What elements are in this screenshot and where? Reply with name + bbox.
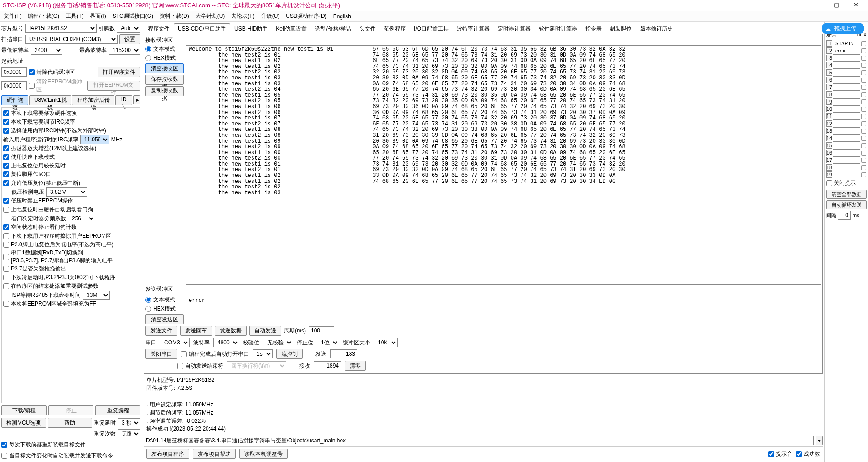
send-row-hex[interactable] (861, 150, 866, 155)
bufsize-select[interactable]: 10K (374, 338, 398, 347)
send-row-num[interactable]: 5 (826, 69, 832, 76)
filepath-input[interactable] (144, 436, 814, 445)
option-check[interactable] (3, 171, 9, 177)
reopen-time-select[interactable]: 1s (253, 349, 273, 358)
publish-project-button[interactable]: 发布项目程序 (146, 449, 189, 459)
send-row-input[interactable] (833, 76, 860, 83)
send-row-hex[interactable] (861, 128, 866, 133)
send-row-input[interactable] (833, 54, 860, 62)
send-row-input[interactable] (833, 142, 860, 149)
send-row-num[interactable]: 19 (826, 171, 832, 178)
publish-help-button[interactable]: 发布项目帮助 (193, 449, 236, 459)
port-settings-button[interactable]: 设置 (119, 34, 140, 44)
main-tab[interactable]: 封装脚位 (606, 23, 636, 34)
maxbaud-select[interactable]: 115200 (108, 46, 140, 55)
send-row-num[interactable]: 18 (826, 164, 832, 171)
option-check[interactable] (3, 154, 9, 160)
hint-sound-check[interactable] (768, 451, 774, 457)
upload-badge[interactable]: ☁ 拖拽上传 (822, 23, 864, 34)
menu-item[interactable]: 资料下载(D) (160, 12, 189, 20)
send-row-input[interactable] (833, 91, 860, 98)
option-check[interactable] (3, 242, 9, 248)
option-check[interactable] (3, 163, 9, 169)
send-row-hex[interactable] (861, 114, 866, 119)
menu-item[interactable]: STC调试接口(G) (113, 12, 153, 20)
send-row-input[interactable] (833, 62, 860, 69)
read-disk-id-button[interactable]: 读取本机硬盘号 (239, 449, 288, 459)
option-check[interactable] (3, 224, 9, 230)
interval-input[interactable] (838, 211, 851, 220)
main-tab[interactable]: I/O口配置工具 (410, 23, 453, 34)
maximize-button[interactable]: ▢ (827, 0, 846, 11)
send-row-input[interactable] (833, 98, 860, 105)
send-row-hex[interactable] (861, 157, 866, 162)
send-row-hex[interactable] (861, 135, 866, 140)
send-row-num[interactable]: 14 (826, 135, 832, 141)
send-row-hex[interactable] (861, 48, 866, 53)
send-row-hex[interactable] (861, 121, 866, 126)
clear-tx-button[interactable]: 清空发送区 (145, 314, 184, 324)
send-row-input[interactable] (833, 171, 860, 178)
menu-item[interactable]: 工具(T) (66, 12, 83, 20)
send-row-input[interactable] (833, 40, 860, 47)
send-row-num[interactable]: 10 (826, 106, 832, 112)
send-row-input[interactable] (833, 47, 860, 54)
send-row-num[interactable]: 1 (826, 40, 832, 47)
rx-display[interactable]: Welcome to stc15f2k60s222the new test1 i… (186, 45, 821, 285)
send-data-button[interactable]: 发送数据 (215, 326, 247, 336)
clear-rx-button[interactable]: 清空接收区 (145, 63, 184, 73)
send-row-num[interactable]: 16 (826, 150, 832, 156)
main-tab[interactable]: 程序文件 (144, 23, 174, 34)
option-check[interactable] (3, 283, 9, 289)
isp-select[interactable]: 33M (83, 291, 110, 300)
minimize-button[interactable]: — (808, 0, 827, 11)
help-button[interactable]: 帮助 (48, 418, 93, 428)
minbaud-select[interactable]: 2400 (31, 46, 62, 55)
menu-item[interactable]: 编程/下载(O) (28, 12, 59, 20)
send-row-num[interactable]: 3 (826, 55, 832, 61)
baud-select[interactable]: 4800 (213, 338, 239, 347)
port-select[interactable]: USB-SERIAL CH340 (COM3) (25, 35, 118, 44)
send-row-input[interactable] (833, 135, 860, 142)
send-row-hex[interactable] (861, 172, 866, 177)
send-row-hex[interactable] (861, 55, 866, 60)
main-tab[interactable]: 头文件 (355, 23, 380, 34)
tx-display[interactable]: error (186, 296, 821, 316)
option-check[interactable] (3, 275, 9, 280)
option-check[interactable] (3, 233, 9, 239)
rx-text-radio[interactable] (145, 46, 151, 52)
loop-send-button[interactable]: 自动循环发送 (826, 200, 867, 209)
option-check[interactable] (3, 254, 9, 260)
reprogram-button[interactable]: 重复编程 (95, 405, 140, 415)
main-tab[interactable]: 软件延时计算器 (535, 23, 581, 34)
irc-select[interactable]: 11.0592 (80, 135, 109, 144)
close-port-button[interactable]: 关闭串口 (145, 349, 177, 359)
clear-eep-check[interactable] (29, 83, 35, 89)
send-row-hex[interactable] (861, 106, 866, 111)
detect-mcu-button[interactable]: 检测MCU选项 (1, 418, 46, 428)
send-row-input[interactable] (833, 149, 860, 156)
send-row-hex[interactable] (861, 70, 866, 75)
send-cr-button[interactable]: 发送回车 (180, 326, 212, 336)
rx-hex-radio[interactable] (145, 55, 151, 61)
hw-tab[interactable]: 硬件选项 (1, 95, 28, 105)
close-hint-check[interactable] (826, 180, 832, 186)
clear-all-button[interactable]: 清空全部数据 (826, 190, 867, 199)
wdt-select[interactable]: 256 (68, 214, 95, 223)
auto-send-button[interactable]: 自动发送 (249, 326, 281, 336)
send-row-hex[interactable] (861, 165, 866, 170)
hw-tab-scroll[interactable]: ▸ (133, 95, 140, 104)
option-check[interactable] (3, 128, 9, 134)
send-row-input[interactable] (833, 83, 860, 91)
menu-item[interactable]: USB驱动程序(D) (286, 12, 326, 20)
lv-select[interactable]: 3.82 V (46, 187, 87, 197)
send-row-hex[interactable] (861, 77, 866, 82)
hw-tab[interactable]: 程序加密后传输 (72, 95, 114, 105)
main-tab[interactable]: 选型/价格/样品 (311, 23, 355, 34)
stop-select[interactable]: 1位 (317, 338, 339, 347)
main-tab[interactable]: USB-HID助手 (230, 23, 272, 34)
send-row-num[interactable]: 13 (826, 128, 832, 134)
option-check[interactable] (3, 145, 9, 151)
send-row-num[interactable]: 7 (826, 84, 832, 90)
send-row-hex[interactable] (861, 84, 866, 89)
